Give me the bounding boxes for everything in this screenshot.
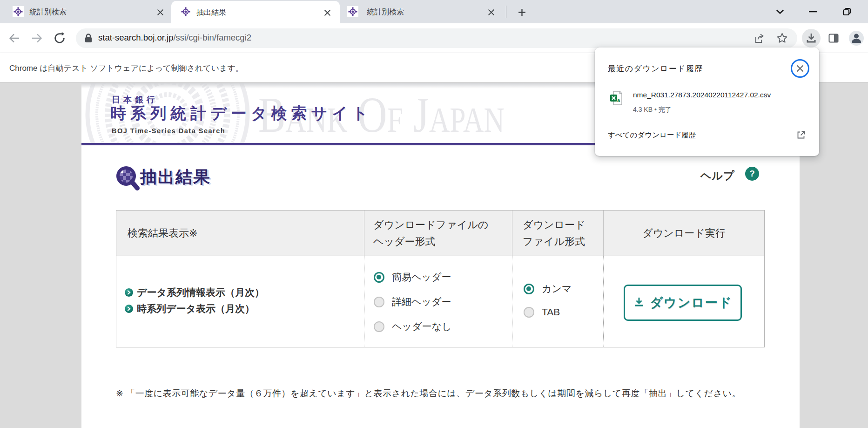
radio-unselected-icon	[524, 307, 534, 318]
tab-close-icon[interactable]	[323, 8, 331, 17]
table-header-row: 検索結果表示※ ダウンロードファイルのヘッダー形式 ダウンロードファイル形式 ダ…	[116, 211, 764, 256]
profile-avatar[interactable]	[848, 30, 865, 47]
tab-title: 統計別検索	[29, 7, 67, 17]
radio-unselected-icon	[374, 297, 384, 307]
help-question-icon[interactable]: ?	[745, 167, 759, 181]
col-header-execute: ダウンロード実行	[603, 211, 764, 256]
close-icon	[796, 65, 804, 72]
side-panel-icon[interactable]	[825, 30, 842, 47]
boj-favicon	[13, 6, 24, 17]
tab-strip: 統計別検索 抽出結果	[0, 0, 868, 23]
url-path: /ssi/cgi-bin/famecgi2	[173, 33, 251, 42]
search-grid-icon	[116, 166, 141, 192]
downloads-button[interactable]	[802, 29, 821, 48]
site-subtitle: BOJ Time-Series Data Search	[112, 127, 225, 135]
forward-icon[interactable]	[28, 30, 45, 47]
time-series-data-link[interactable]: 時系列データ表示（月次）	[125, 302, 255, 315]
url-text: stat-search.boj.or.jp/ssi/cgi-bin/famecg…	[98, 33, 251, 43]
results-cell: データ系列情報表示（月次） 時系列データ表示（月次）	[116, 256, 364, 347]
col-header-results: 検索結果表示※	[116, 211, 364, 256]
help-link[interactable]: ヘルプ	[700, 169, 735, 183]
lock-icon[interactable]	[84, 33, 93, 43]
bookmark-star-icon[interactable]	[776, 32, 788, 44]
col-header-header-format: ダウンロードファイルのヘッダー形式	[364, 211, 512, 256]
table-body-row: データ系列情報表示（月次） 時系列データ表示（月次） 簡易ヘッダー	[116, 256, 764, 347]
tab-title: 抽出結果	[196, 8, 226, 18]
link-arrow-icon	[125, 305, 133, 313]
site-title: 時系列統計データ検索サイト	[110, 103, 372, 124]
radio-comma[interactable]: カンマ	[524, 282, 572, 295]
url-bar[interactable]: stat-search.boj.or.jp/ssi/cgi-bin/famecg…	[76, 28, 797, 48]
tab-2-active[interactable]: 抽出結果	[171, 1, 340, 23]
radio-tab[interactable]: TAB	[524, 306, 560, 318]
new-tab-button[interactable]	[514, 5, 529, 20]
downloaded-file-meta: 4.3 KB • 完了	[633, 106, 771, 114]
boj-favicon	[181, 7, 190, 16]
share-icon[interactable]	[754, 33, 765, 44]
download-options-table: 検索結果表示※ ダウンロードファイルのヘッダー形式 ダウンロードファイル形式 ダ…	[116, 210, 765, 347]
download-button[interactable]: ダウンロード	[624, 285, 742, 321]
tab-close-icon[interactable]	[156, 8, 164, 16]
restore-window-button[interactable]	[840, 4, 855, 19]
downloaded-file-row[interactable]: a nme_R031.27873.20240220112427.02.csv 4…	[610, 91, 771, 114]
back-icon[interactable]	[6, 30, 23, 47]
tab-1[interactable]: 統計別検索	[4, 0, 168, 23]
page-title: 抽出結果	[140, 166, 211, 189]
radio-selected-icon	[374, 272, 384, 283]
tab-3[interactable]: 統計別検索	[343, 0, 504, 23]
reload-icon[interactable]	[51, 30, 68, 47]
url-domain: stat-search.boj.or.jp	[98, 33, 173, 42]
data-series-info-link[interactable]: データ系列情報表示（月次）	[125, 286, 264, 299]
footnote: ※ 「一度に表示可能なデータ量（６万件）を超えています」と表示された場合には、デ…	[116, 387, 765, 400]
tab-close-icon[interactable]	[487, 8, 495, 16]
download-bubble: 最近のダウンロード履歴 a nme_R031.27873.20240220112…	[595, 48, 819, 156]
downloaded-file-name: nme_R031.27873.20240220112427.02.csv	[633, 91, 771, 99]
infobar-message: Chrome は自動テスト ソフトウェアによって制御されています。	[9, 53, 243, 83]
csv-file-icon: a	[610, 91, 622, 114]
tab-divider	[506, 6, 506, 18]
radio-unselected-icon	[374, 321, 384, 332]
minimize-button[interactable]	[806, 4, 821, 19]
radio-simple-header[interactable]: 簡易ヘッダー	[374, 271, 451, 284]
close-download-bubble-button[interactable]	[791, 59, 809, 78]
tab-search-chevron-icon[interactable]	[773, 4, 787, 19]
header-format-cell: 簡易ヘッダー 詳細ヘッダー ヘッダーなし	[364, 256, 512, 347]
download-icon	[633, 297, 645, 309]
tab-title: 統計別検索	[367, 7, 404, 17]
col-header-file-format: ダウンロードファイル形式	[512, 211, 603, 256]
all-downloads-link[interactable]: すべてのダウンロード履歴	[608, 130, 696, 140]
radio-no-header[interactable]: ヘッダーなし	[374, 320, 451, 333]
file-format-cell: カンマ TAB	[512, 256, 603, 347]
svg-text:a: a	[617, 97, 620, 103]
execute-cell: ダウンロード	[603, 256, 764, 347]
radio-selected-icon	[524, 284, 534, 294]
external-link-icon[interactable]	[797, 130, 806, 139]
link-arrow-icon	[125, 288, 133, 297]
boj-favicon	[347, 6, 358, 17]
download-bubble-title: 最近のダウンロード履歴	[608, 63, 703, 74]
radio-detailed-header[interactable]: 詳細ヘッダー	[374, 295, 451, 308]
